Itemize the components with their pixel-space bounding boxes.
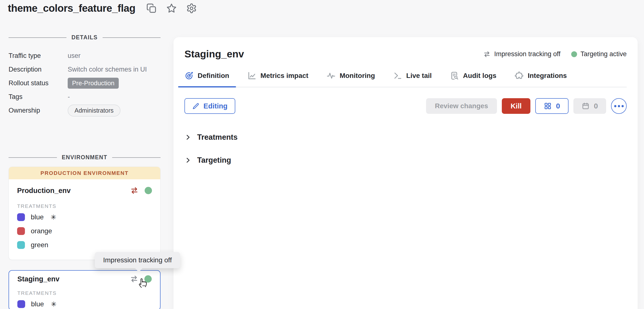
app-header: theme_colors_feature_flag [8,2,197,14]
tooltip-arrow [135,268,142,272]
detail-row-description: Description Switch color schemes in UI [8,63,160,76]
treatment-item: blue ✳ [17,298,152,309]
treatment-swatch [17,241,25,249]
tab-integrations[interactable]: Integrations [514,71,567,87]
tab-definition[interactable]: Definition [184,71,229,87]
rollout-status-badge: Pre-Production [68,78,119,89]
tooltip-impression-tracking: Impression tracking off [95,252,180,268]
kill-button[interactable]: Kill [502,98,530,114]
line-chart-icon [247,71,256,80]
tab-live-tail[interactable]: Live tail [393,71,432,87]
chevron-right-icon [184,157,191,164]
divider [102,37,160,38]
detail-row-tags: Tags - [8,90,160,103]
detail-label: Description [8,66,68,73]
target-icon [184,71,194,80]
environment-card-body: Production_env TREATMENTS blue ✳ orange … [9,179,160,260]
treatment-swatch [17,300,25,308]
gear-icon[interactable] [186,3,197,14]
targeting-section-header[interactable]: Targeting [184,156,627,165]
environment-heading: ENVIRONMENT [8,154,160,161]
detail-value: user [68,52,80,60]
environment-title: Staging_env [184,48,244,60]
detail-row-ownership: Ownership Administrators [8,104,160,117]
treatment-item: green [17,239,152,251]
ellipsis-icon [614,105,616,107]
chevron-right-icon [184,134,191,141]
targeting-active-dot [145,187,152,194]
tab-monitoring[interactable]: Monitoring [326,71,375,87]
divider [112,157,160,158]
calendar-icon [582,102,590,110]
treatment-swatch [17,227,25,235]
treatment-item: blue ✳ [17,211,152,223]
mouse-cursor-pointer [137,276,149,289]
detail-label: Ownership [8,107,68,114]
detail-row-rollout-status: Rollout status Pre-Production [8,76,160,90]
divider [8,37,66,38]
environment-detail-panel: Staging_env Impression tracking off Targ… [174,37,638,309]
divider [8,157,57,158]
ownership-pill[interactable]: Administrators [68,104,120,116]
toolbar: Editing Review changes Kill 0 0 [184,98,627,114]
pencil-icon [192,102,200,110]
doc-search-icon [450,71,459,80]
green-dot-icon [571,51,577,57]
copy-icon[interactable] [146,3,157,14]
default-treatment-marker: ✳ [51,300,56,308]
editing-button[interactable]: Editing [184,98,235,114]
treatments-section-header[interactable]: Treatments [184,133,627,142]
swap-arrows-icon [483,51,491,58]
grid-count-button[interactable]: 0 [535,98,568,114]
detail-value: Switch color schemes in UI [68,66,147,73]
tab-metrics-impact[interactable]: Metrics impact [247,71,308,87]
tab-audit-logs[interactable]: Audit logs [450,71,496,87]
terminal-icon [393,71,402,80]
treatments-heading: TREATMENTS [17,290,152,296]
detail-label: Traffic type [8,52,68,60]
pulse-icon [326,71,336,80]
impression-tracking-icon[interactable] [130,186,139,194]
environment-name: Production_env [17,186,70,195]
puzzle-icon [514,71,524,80]
grid-icon [544,102,552,110]
detail-label: Tags [8,93,68,101]
star-icon[interactable] [166,3,177,14]
more-actions-button[interactable] [611,98,627,114]
review-changes-button[interactable]: Review changes [426,98,497,114]
treatments-heading: TREATMENTS [17,203,152,209]
detail-value: - [68,93,70,101]
definition-sections: Treatments Targeting [184,133,627,165]
calendar-count-button[interactable]: 0 [574,98,606,114]
targeting-active-status: Targeting active [571,50,627,58]
details-heading: DETAILS [8,34,160,41]
default-treatment-marker: ✳ [50,213,56,221]
environment-statuses: Impression tracking off Targeting active [483,50,627,58]
detail-label: Rollout status [8,80,68,87]
detail-row-traffic-type: Traffic type user [8,49,160,62]
treatment-swatch [17,213,25,221]
page-title: theme_colors_feature_flag [8,2,135,14]
treatment-item: orange [17,225,152,237]
header-actions [146,3,197,14]
impression-tracking-status: Impression tracking off [483,50,560,58]
details-list: Traffic type user Description Switch col… [8,49,160,117]
tab-bar: Definition Metrics impact Monitoring Liv… [184,71,627,88]
production-environment-banner: PRODUCTION ENVIRONMENT [9,167,160,179]
environment-card-production[interactable]: PRODUCTION ENVIRONMENT Production_env TR… [8,166,160,260]
environment-name: Staging_env [17,275,59,283]
